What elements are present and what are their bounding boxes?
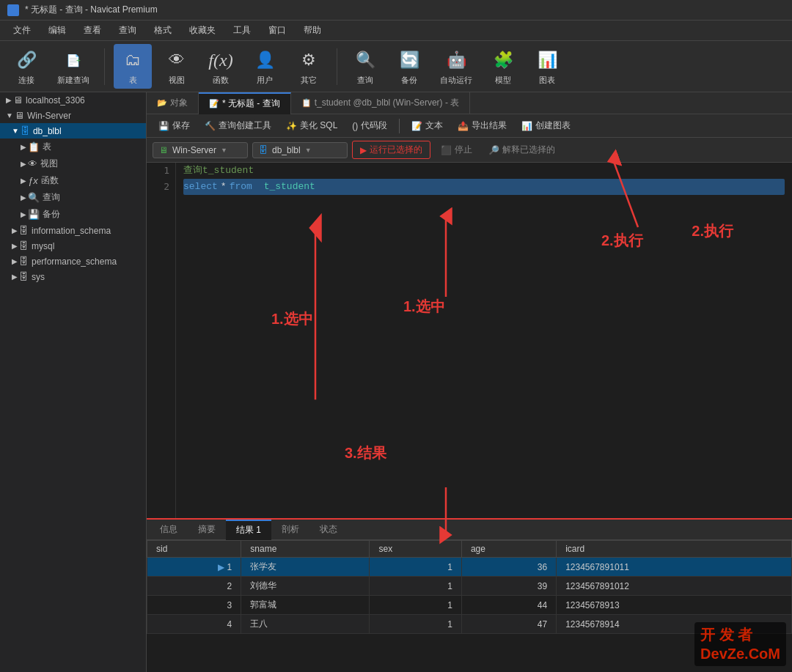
watermark-line2: DevZe.CoM xyxy=(700,644,780,663)
db-name: db_blbl xyxy=(272,145,301,155)
table-header-row: sid sname sex age icard xyxy=(147,541,792,558)
tab-t-student[interactable]: 📋 t_student @db_blbl (Win-Server) - 表 xyxy=(291,92,471,114)
toolbar-autorun[interactable]: 🤖 自动运行 xyxy=(434,44,478,89)
run-selected-btn[interactable]: ▶ 运行已选择的 xyxy=(352,141,430,159)
col-sex: sex xyxy=(370,541,461,558)
sidebar-label: mysql xyxy=(32,241,54,251)
cell-icard: 1234567891012 xyxy=(557,577,792,596)
menu-bar: 文件 编辑 查看 查询 格式 收藏夹 工具 窗口 帮助 xyxy=(0,21,792,41)
sidebar-item-mysql[interactable]: ▶ 🗄 mysql xyxy=(0,238,146,254)
tables-icon: 📋 xyxy=(28,141,40,152)
toolbar-new-query[interactable]: 📄+ 新建查询 xyxy=(51,44,95,89)
toolbar-other[interactable]: ⚙ 其它 xyxy=(290,44,328,89)
text-btn[interactable]: 📝 文本 xyxy=(406,117,449,134)
menu-file[interactable]: 文件 xyxy=(6,21,38,40)
cell-age: 47 xyxy=(461,615,556,634)
beautify-btn[interactable]: ✨ 美化 SQL xyxy=(280,117,343,134)
tab-object[interactable]: 📂 对象 xyxy=(147,92,199,114)
toolbar-backup[interactable]: 🔄 备份 xyxy=(390,44,428,89)
create-chart-btn[interactable]: 📊 创建图表 xyxy=(516,117,576,134)
expand-icon: ▶ xyxy=(21,177,26,185)
table-row[interactable]: 3 郭富城 1 44 12345678913 xyxy=(147,596,792,615)
stop-btn[interactable]: ⬛ 停止 xyxy=(435,141,478,158)
menu-format[interactable]: 格式 xyxy=(147,21,179,40)
new-query-icon: 📄+ xyxy=(60,47,87,73)
menu-favorites[interactable]: 收藏夹 xyxy=(182,21,223,40)
cell-sid: 4 xyxy=(147,615,241,634)
col-icard: icard xyxy=(557,541,792,558)
cell-sname: 刘德华 xyxy=(241,577,370,596)
server-icon: 🖥 xyxy=(159,145,168,155)
result-tab-profile-label: 剖析 xyxy=(282,523,299,536)
keyword-select: select xyxy=(183,179,218,195)
table-row[interactable]: ▶1 张学友 1 36 1234567891011 xyxy=(147,558,792,577)
explain-btn[interactable]: 🔎 解释已选择的 xyxy=(483,141,561,158)
expand-icon: ▶ xyxy=(21,160,26,168)
connect-icon: 🔗 xyxy=(13,47,40,73)
db-select[interactable]: 🗄 db_blbl ▼ xyxy=(252,142,348,158)
sidebar-item-localhost[interactable]: ▶ 🖥 localhost_3306 xyxy=(0,92,146,108)
main-layout: ▶ 🖥 localhost_3306 ▼ 🖥 Win-Server ▼ 🗄 db… xyxy=(0,92,792,672)
cell-age: 44 xyxy=(461,596,556,615)
backup-icon: 💾 xyxy=(28,209,40,220)
toolbar-connect[interactable]: 🔗 连接 xyxy=(7,44,45,89)
line-num-1: 1 xyxy=(153,163,169,179)
sidebar: ▶ 🖥 localhost_3306 ▼ 🖥 Win-Server ▼ 🗄 db… xyxy=(0,92,147,672)
sidebar-item-info-schema[interactable]: ▶ 🗄 information_schema xyxy=(0,223,146,238)
result-tab-result1[interactable]: 结果 1 xyxy=(226,520,271,540)
sidebar-item-perf-schema[interactable]: ▶ 🗄 performance_schema xyxy=(0,254,146,269)
sidebar-item-sys[interactable]: ▶ 🗄 sys xyxy=(0,269,146,284)
tab-query[interactable]: 📝 * 无标题 - 查询 xyxy=(199,92,291,114)
server-select[interactable]: 🖥 Win-Server ▼ xyxy=(153,142,248,158)
toolbar-table[interactable]: 🗂 表 xyxy=(114,44,152,89)
result-tab-status[interactable]: 状态 xyxy=(309,520,348,540)
save-btn[interactable]: 💾 保存 xyxy=(153,117,196,134)
sidebar-item-db-blbl[interactable]: ▼ 🗄 db_blbl xyxy=(0,123,146,139)
sidebar-item-backup[interactable]: ▶ 💾 备份 xyxy=(0,206,146,223)
code-snippet-icon: () xyxy=(352,121,358,131)
menu-view[interactable]: 查看 xyxy=(76,21,109,40)
explain-label: 解释已选择的 xyxy=(502,144,555,156)
editor-content[interactable]: 查询t_student select * from t_student xyxy=(176,163,792,518)
query-builder-btn[interactable]: 🔨 查询创建工具 xyxy=(199,117,277,134)
export-btn[interactable]: 📤 导出结果 xyxy=(452,117,513,134)
result-tab-profile[interactable]: 剖析 xyxy=(271,520,309,540)
menu-window[interactable]: 窗口 xyxy=(261,21,293,40)
table-row[interactable]: 2 刘德华 1 39 1234567891012 xyxy=(147,577,792,596)
sidebar-item-tables[interactable]: ▶ 📋 表 xyxy=(0,139,146,155)
sidebar-label: performance_schema xyxy=(32,256,117,267)
toolbar-function[interactable]: f(x) 函数 xyxy=(202,44,240,89)
db-icon: 🗄 xyxy=(19,271,29,282)
menu-edit[interactable]: 编辑 xyxy=(41,21,73,40)
beautify-label: 美化 SQL xyxy=(300,119,337,132)
sidebar-item-win-server[interactable]: ▼ 🖥 Win-Server xyxy=(0,108,146,123)
menu-help[interactable]: 帮助 xyxy=(296,21,329,40)
chart-label: 图表 xyxy=(539,75,555,86)
toolbar-user[interactable]: 👤 用户 xyxy=(246,44,284,89)
sidebar-label: information_schema xyxy=(32,226,111,236)
menu-query[interactable]: 查询 xyxy=(111,21,144,40)
tab-label: 对象 xyxy=(170,97,188,109)
code-snippet-btn[interactable]: () 代码段 xyxy=(346,117,393,134)
col-age: age xyxy=(461,541,556,558)
toolbar-view[interactable]: 👁 视图 xyxy=(158,44,196,89)
new-query-label: 新建查询 xyxy=(57,75,89,86)
text-icon: 📝 xyxy=(411,121,422,131)
toolbar-chart[interactable]: 📊 图表 xyxy=(528,44,566,89)
sidebar-item-functions[interactable]: ▶ ƒx 函数 xyxy=(0,172,146,189)
sidebar-item-queries[interactable]: ▶ 🔍 查询 xyxy=(0,189,146,206)
sidebar-item-views[interactable]: ▶ 👁 视图 xyxy=(0,155,146,172)
action-sep xyxy=(399,119,400,133)
result-tab-abstract[interactable]: 摘要 xyxy=(188,520,226,540)
sidebar-label: 查询 xyxy=(43,191,60,204)
toolbar-query[interactable]: 🔍 查询 xyxy=(346,44,384,89)
result-tab-status-label: 状态 xyxy=(320,523,337,536)
code-comment: 查询t_student xyxy=(183,163,254,179)
backup-icon: 🔄 xyxy=(396,47,422,73)
result-tab-info[interactable]: 信息 xyxy=(150,520,188,540)
cell-sname: 郭富城 xyxy=(241,596,370,615)
action-bar: 💾 保存 🔨 查询创建工具 ✨ 美化 SQL () 代码段 📝 文本 📤 xyxy=(147,114,792,138)
toolbar-model[interactable]: 🧩 模型 xyxy=(484,44,522,89)
connect-label: 连接 xyxy=(18,75,34,86)
menu-tools[interactable]: 工具 xyxy=(226,21,258,40)
